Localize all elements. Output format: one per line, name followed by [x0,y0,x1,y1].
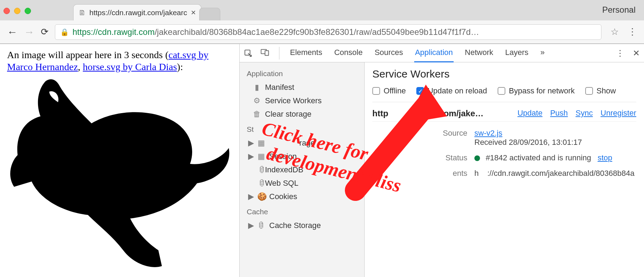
sw-received: Received 28/09/2016, 13:01:17 [474,138,582,147]
sidebar-item-label: Cookies [269,192,297,201]
forward-button[interactable]: → [24,27,34,37]
link-horse-svg[interactable]: horse.svg by Carla Dias [83,61,177,72]
address-bar[interactable]: 🔒 https://cdn.rawgit.com/jakearchibald/8… [55,24,601,40]
sidebar-item-service-workers[interactable]: ⚙ Service Workers [246,94,364,107]
page-intro: An image will appear here in 3 seconds (… [7,49,232,73]
sidebar-item-manifest[interactable]: ▮ Manifest [246,81,364,94]
minimize-window-button[interactable] [14,8,20,14]
tab-elements[interactable]: Elements [289,44,323,62]
chevron-right-icon: ▶ [248,152,253,161]
device-toolbar-icon[interactable] [261,48,269,58]
action-unregister[interactable]: Unregister [601,109,636,118]
checkbox-label: Update on reload [428,86,487,96]
chevron-right-icon: ▶ [248,221,253,230]
sw-status-value: #1842 activated and is running stop [474,153,636,162]
document-icon: 🗎 [78,8,86,17]
reload-button[interactable]: ⟳ [41,26,49,37]
close-window-button[interactable] [4,8,10,14]
inspect-element-icon[interactable] [244,49,252,57]
sidebar-item-label: Service Workers [265,96,322,105]
maximize-window-button[interactable] [25,8,31,14]
devtools-body: Application ▮ Manifest ⚙ Service Workers… [240,62,644,277]
action-push[interactable]: Push [550,109,568,118]
checkbox-label: Show [596,86,616,96]
sidebar-item-websql[interactable]: 🛢 Web SQL [246,177,364,190]
database-icon: 🛢 [257,221,265,230]
sw-detail: Source sw-v2.js Received 28/09/2016, 13:… [372,122,636,178]
tab-application[interactable]: Application [414,44,454,62]
service-workers-title: Service Workers [372,68,636,80]
intro-sep: , [78,61,83,72]
manifest-icon: ▮ [253,83,261,92]
service-workers-options: Offline ✓ Update on reload Bypass for ne… [372,86,636,102]
separator [279,47,279,60]
url-path: /jakearchibald/80368b84ac1ae8e229fc90b3f… [154,27,479,37]
devtools-right-controls: ⋮ ✕ [616,48,640,58]
url-host: ://cdn.rawgit.com [91,27,154,37]
sidebar-item-cookies[interactable]: ▶ 🍪 Cookies [246,190,364,203]
tab-console[interactable]: Console [334,44,364,62]
back-button[interactable]: ← [7,27,18,37]
group-storage: St [246,121,364,136]
tab-sources[interactable]: Sources [374,44,404,62]
checkbox-icon: ✓ [416,87,424,95]
trash-icon: 🗑 [253,110,261,119]
lock-icon: 🔒 [60,28,69,36]
tabs-overflow[interactable]: » [540,44,545,62]
action-sync[interactable]: Sync [576,109,593,118]
new-tab-button[interactable] [199,8,220,20]
checkbox-icon [585,87,593,95]
checkbox-update-on-reload[interactable]: ✓ Update on reload [416,86,487,96]
browser-menu-button[interactable]: ⋮ [628,26,637,37]
sidebar-item-label: rage [269,138,315,148]
database-icon: 🛢 [253,165,261,174]
sidebar-item-session-storage[interactable]: ▶ ▦ Session [246,150,364,163]
checkbox-show[interactable]: Show [585,86,616,96]
tab-network[interactable]: Network [464,44,494,62]
sw-actions: Update Push Sync Unregister [517,109,636,118]
url-scheme: https [72,27,91,37]
tab-title: https://cdn.rawgit.com/jakearc [89,8,187,17]
profile-label[interactable]: Personal [602,5,636,15]
devtools-toolbar: Elements Console Sources Application Net… [240,44,644,62]
devtools-close-icon[interactable]: ✕ [633,48,640,58]
devtools-menu-icon[interactable]: ⋮ [616,48,624,58]
sw-status-text: #1842 activated and is running [486,153,591,162]
cookie-icon: 🍪 [257,192,265,201]
checkbox-offline[interactable]: Offline [372,86,406,96]
checkbox-label: Offline [384,86,406,96]
close-tab-icon[interactable]: ✕ [191,9,196,17]
horse-image [7,74,232,274]
sw-source-value: sw-v2.js Received 28/09/2016, 13:01:17 [474,129,636,147]
bookmark-star-icon[interactable]: ☆ [611,26,619,37]
group-cache: Cache [246,203,364,219]
intro-prefix: An image will appear here in 3 seconds ( [7,49,169,60]
sw-origin-row: http .rawgit.com/jake… Update Push Sync … [372,102,636,122]
checkbox-bypass-network[interactable]: Bypass for network [498,86,575,96]
sidebar-item-label: Web SQL [265,179,298,188]
devtools-tabs: Elements Console Sources Application Net… [289,44,607,62]
sw-clients-value: h ://cdn.rawgit.com/jakearchibald/80368b… [474,169,636,178]
sidebar-item-label: Session [269,152,297,161]
sidebar-item-label: Cache Storage [269,221,321,230]
sidebar-item-local-storage[interactable]: ▶ ▦ rage [246,136,364,150]
sw-source-link[interactable]: sw-v2.js [474,129,502,137]
checkbox-icon [372,87,380,95]
sw-stop-link[interactable]: stop [598,153,612,162]
sidebar-item-indexeddb[interactable]: 🛢 IndexedDB [246,163,364,177]
browser-chrome: 🗎 https://cdn.rawgit.com/jakearc ✕ Perso… [0,0,644,44]
action-update[interactable]: Update [517,109,542,118]
tab-layers[interactable]: Layers [504,44,529,62]
web-page: An image will appear here in 3 seconds (… [0,44,239,277]
sidebar-item-clear-storage[interactable]: 🗑 Clear storage [246,107,364,121]
sidebar-item-label: IndexedDB [265,165,303,174]
chevron-right-icon: ▶ [248,192,253,201]
browser-tab[interactable]: 🗎 https://cdn.rawgit.com/jakearc ✕ [73,4,201,20]
sw-source-label: Source [411,129,467,147]
devtools: Elements Console Sources Application Net… [239,44,644,277]
sidebar-item-cache-storage[interactable]: ▶ 🛢 Cache Storage [246,219,364,232]
sw-origin: http .rawgit.com/jake… [372,109,517,118]
database-icon: 🛢 [253,179,261,188]
chevron-right-icon: ▶ [248,138,253,148]
window-controls [4,8,31,14]
